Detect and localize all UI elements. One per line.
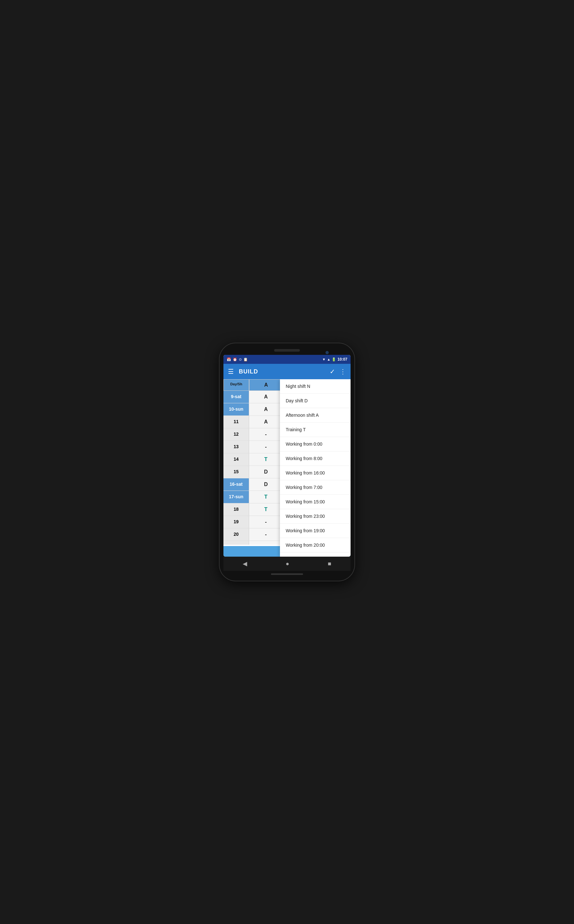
- dropdown-item[interactable]: Day shift D: [280, 394, 350, 408]
- phone-screen: 📅 ⏰ ⊙ 📋 ▼ ▲ 🔋 10:07 ☰ BUILD ✓ ⋮: [224, 355, 350, 557]
- clipboard-icon: 📋: [243, 357, 248, 361]
- circle-icon: ⊙: [239, 357, 242, 361]
- status-time: 10:07: [337, 357, 347, 361]
- phone-frame: 📅 ⏰ ⊙ 📋 ▼ ▲ 🔋 10:07 ☰ BUILD ✓ ⋮: [219, 343, 355, 581]
- shift-cell[interactable]: -: [249, 428, 283, 440]
- day-cell: 21: [224, 541, 249, 545]
- day-cell: 9-sat: [224, 391, 249, 403]
- menu-button[interactable]: ☰: [228, 368, 234, 376]
- dropdown-item[interactable]: Working from 16:00: [280, 466, 350, 480]
- shift-cell[interactable]: -: [249, 528, 283, 541]
- dropdown-item[interactable]: Working from 0:00: [280, 437, 350, 451]
- dropdown-item[interactable]: Afternoon shift A: [280, 408, 350, 423]
- status-icons-right: ▼ ▲ 🔋 10:07: [322, 357, 347, 361]
- shift-cell[interactable]: T: [249, 503, 283, 515]
- shift-cell[interactable]: -: [249, 516, 283, 528]
- status-icons-left: 📅 ⏰ ⊙ 📋: [227, 357, 248, 361]
- recent-button[interactable]: ■: [328, 561, 331, 567]
- shift-cell[interactable]: T: [249, 453, 283, 465]
- status-bar: 📅 ⏰ ⊙ 📋 ▼ ▲ 🔋 10:07: [224, 355, 350, 364]
- dropdown-item[interactable]: Working from 8:00: [280, 451, 350, 466]
- dropdown-item[interactable]: Day off: [280, 553, 350, 557]
- toolbar: ☰ BUILD ✓ ⋮: [224, 364, 350, 379]
- signal-icon: ▲: [327, 357, 330, 361]
- more-options-button[interactable]: ⋮: [340, 368, 346, 376]
- shift-cell[interactable]: ↑: [249, 541, 283, 545]
- shift-cell[interactable]: D: [249, 466, 283, 478]
- header-daysh: Day/Sh: [224, 379, 249, 391]
- day-cell: 19: [224, 516, 249, 528]
- header-col-a: A: [249, 379, 283, 391]
- app-title: BUILD: [239, 368, 330, 375]
- battery-icon: 🔋: [332, 357, 336, 361]
- dropdown-item[interactable]: Night shift N: [280, 379, 350, 394]
- day-cell: 16-sat: [224, 478, 249, 490]
- day-cell: 18: [224, 503, 249, 515]
- alarm-icon: ⏰: [233, 357, 237, 361]
- content-area: Day/Sh A B 9-satAD10-sunA-11A-12--13-A14…: [224, 379, 350, 557]
- day-cell: 12: [224, 428, 249, 440]
- day-cell: 20: [224, 528, 249, 541]
- dropdown-item[interactable]: Working from 20:00: [280, 538, 350, 553]
- check-button[interactable]: ✓: [330, 368, 335, 376]
- shift-dropdown[interactable]: Night shift NDay shift DAfternoon shift …: [280, 379, 350, 557]
- speaker: [274, 349, 300, 352]
- day-cell: 10-sun: [224, 403, 249, 415]
- home-button[interactable]: ●: [286, 561, 289, 567]
- shift-cell[interactable]: A: [249, 403, 283, 415]
- shift-cell[interactable]: T: [249, 491, 283, 503]
- home-bar: [271, 574, 303, 575]
- dropdown-item[interactable]: Training T: [280, 423, 350, 437]
- dropdown-item[interactable]: Working from 7:00: [280, 480, 350, 495]
- shift-cell[interactable]: -: [249, 441, 283, 453]
- camera: [325, 351, 329, 354]
- shift-cell[interactable]: D: [249, 478, 283, 490]
- shift-cell[interactable]: A: [249, 416, 283, 428]
- day-cell: 15: [224, 466, 249, 478]
- calendar-icon: 📅: [227, 357, 231, 361]
- day-cell: 11: [224, 416, 249, 428]
- day-cell: 13: [224, 441, 249, 453]
- dropdown-item[interactable]: Working from 19:00: [280, 523, 350, 538]
- dropdown-item[interactable]: Working from 23:00: [280, 509, 350, 523]
- nav-bar: ◀ ● ■: [224, 557, 350, 571]
- dropdown-item[interactable]: Working from 15:00: [280, 495, 350, 509]
- back-button[interactable]: ◀: [243, 560, 247, 567]
- shift-cell[interactable]: A: [249, 391, 283, 403]
- wifi-icon: ▼: [322, 357, 326, 361]
- day-cell: 17-sun: [224, 491, 249, 503]
- day-cell: 14: [224, 453, 249, 465]
